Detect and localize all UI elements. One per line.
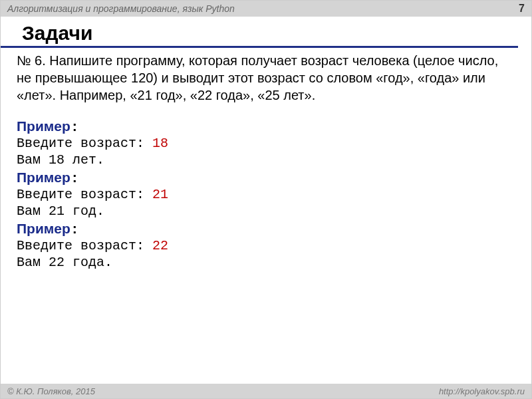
example-prompt-line: Введите возраст: 18 — [17, 135, 515, 152]
example-label: Пример — [17, 221, 70, 236]
example-output: Вам 21 год. — [17, 203, 515, 219]
example-output: Вам 18 лет. — [17, 152, 515, 168]
input-value: 22 — [152, 238, 168, 253]
colon: : — [70, 171, 79, 186]
example-prompt-line: Введите возраст: 21 — [17, 186, 515, 203]
page-number: 7 — [519, 3, 525, 15]
slide-header: Алгоритмизация и программирование, язык … — [1, 1, 531, 17]
example-2: Пример: Введите возраст: 21 Вам 21 год. — [17, 170, 515, 219]
footer-copyright: © К.Ю. Поляков, 2015 — [7, 386, 95, 396]
prompt-text: Введите возраст: — [17, 187, 152, 202]
colon: : — [70, 222, 79, 237]
example-label: Пример — [17, 118, 70, 134]
example-label: Пример — [17, 170, 70, 185]
example-3: Пример: Введите возраст: 22 Вам 22 года. — [17, 221, 515, 271]
input-value: 18 — [152, 136, 168, 151]
page-title: Задачи — [1, 17, 518, 48]
header-title: Алгоритмизация и программирование, язык … — [7, 3, 235, 14]
example-1: Пример: Введите возраст: 18 Вам 18 лет. — [17, 118, 515, 168]
example-output: Вам 22 года. — [17, 254, 515, 271]
content-area: № 6. Напишите программу, которая получае… — [1, 52, 531, 271]
example-prompt-line: Введите возраст: 22 — [17, 237, 515, 254]
slide-footer: © К.Ю. Поляков, 2015 http://kpolyakov.sp… — [1, 384, 531, 398]
input-value: 21 — [152, 187, 168, 202]
prompt-text: Введите возраст: — [17, 238, 152, 253]
footer-url: http://kpolyakov.spb.ru — [439, 386, 525, 396]
task-description: № 6. Напишите программу, которая получае… — [17, 52, 515, 104]
colon: : — [70, 120, 79, 135]
prompt-text: Введите возраст: — [17, 136, 152, 151]
